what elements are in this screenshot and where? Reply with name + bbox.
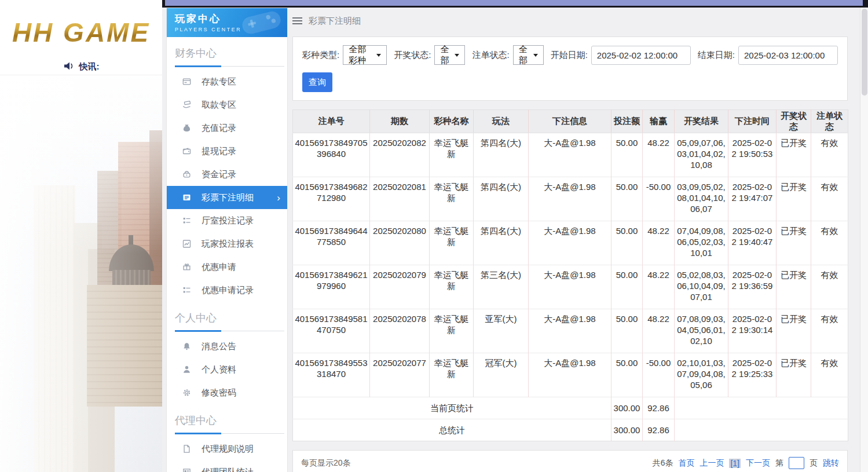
sidebar-item[interactable]: 代理规则说明: [167, 437, 287, 460]
withdraw-hand-icon: [182, 100, 192, 109]
sidebar-item-label: 充值记录: [202, 123, 236, 134]
sidebar-item-label: 代理团队统计: [202, 467, 254, 472]
sidebar-item[interactable]: 修改密码: [167, 381, 287, 404]
table-cell: 大-A盘@1.98: [529, 221, 611, 265]
table-cell: 幸运飞艇新: [430, 265, 474, 309]
table-cell: 20250202080: [370, 221, 430, 265]
scrollbar-thumb[interactable]: [862, 9, 867, 96]
start-date-input[interactable]: [591, 46, 691, 65]
brand-logo: HH GAME: [0, 12, 162, 53]
summary-empty-cell: [675, 397, 848, 419]
jump-prefix-label: 第: [775, 458, 783, 469]
table-cell: 幸运飞艇新: [430, 353, 474, 397]
table-row: 40156917384968271298020250202081幸运飞艇新第四名…: [293, 177, 848, 221]
sidebar-item-label: 修改密码: [202, 387, 236, 398]
summary-bet-total: 300.00: [611, 419, 643, 441]
next-page-link[interactable]: 下一页: [746, 458, 770, 469]
sidebar-item[interactable]: 充值记录: [167, 116, 287, 140]
table-cell: 401569173849581470750: [293, 309, 370, 353]
sidebar-item[interactable]: 优惠申请: [167, 255, 287, 279]
deposit-card-icon: [182, 77, 192, 86]
jump-link[interactable]: 跳转: [823, 458, 839, 469]
sidebar-item[interactable]: 厅室投注记录: [167, 209, 287, 232]
order-status-label: 注单状态:: [472, 50, 509, 61]
top-banner-bar: [165, 0, 863, 6]
table-cell: 幸运飞艇新: [430, 177, 474, 221]
wallet-icon: [182, 147, 192, 156]
table-cell: 第四名(大): [474, 133, 529, 177]
players-center-header: 玩家中心 PLAYERS CENTER: [167, 8, 287, 37]
summary-empty-cell: [675, 419, 848, 441]
sidebar-item-label: 厅室投注记录: [202, 215, 254, 226]
order-status-value: 全部: [519, 44, 528, 66]
end-date-input[interactable]: [738, 46, 838, 65]
document-icon: [182, 444, 192, 453]
sidebar-item-label: 代理规则说明: [202, 444, 254, 455]
table-cell: 2025-02-02 19:50:53: [728, 133, 777, 177]
column-header: 期数: [370, 110, 430, 133]
table-cell: 第四名(大): [474, 221, 529, 265]
page-jump-input[interactable]: [789, 457, 804, 469]
table-cell: 20250202081: [370, 177, 430, 221]
table-cell: 48.22: [643, 221, 675, 265]
order-status-select[interactable]: 全部: [513, 45, 544, 65]
table-cell: 48.22: [643, 309, 675, 353]
gift-icon: [182, 262, 192, 272]
sidebar-item[interactable]: 玩家投注报表: [167, 232, 287, 255]
table-cell: 07,04,09,08,06,05,02,03,10,01: [675, 221, 728, 265]
summary-win-total: 92.86: [643, 397, 675, 419]
chart-icon: [182, 239, 192, 248]
table-cell: 401569173849705396840: [293, 133, 370, 177]
column-header: 输赢: [643, 110, 675, 133]
brand-panel: HH GAME 快讯:: [0, 0, 162, 472]
section-divider: [175, 331, 284, 331]
summary-label: 当前页统计: [293, 397, 611, 419]
end-date-label: 结束日期:: [698, 50, 735, 61]
sidebar-item[interactable]: 消息公告: [167, 335, 287, 358]
table-cell: 大-A盘@1.98: [529, 177, 611, 221]
sidebar-item-label: 个人资料: [202, 364, 236, 375]
table-cell: 有效: [811, 309, 848, 353]
city-background-image: [0, 75, 162, 472]
sidebar-item-label: 取款专区: [202, 100, 236, 111]
sidebar: 玩家中心 PLAYERS CENTER 财务中心存款专区取款专区充值记录提现记录…: [167, 8, 287, 472]
table-cell: 已开奖: [777, 353, 811, 397]
first-page-link[interactable]: 首页: [678, 458, 694, 469]
start-date-label: 开始日期:: [551, 50, 588, 61]
bets-table: 注单号期数彩种名称玩法下注信息投注额输赢开奖结果下注时间开奖状态注单状态 401…: [292, 109, 848, 441]
sidebar-item[interactable]: 资金记录: [167, 163, 287, 186]
lottery-type-select[interactable]: 全部彩种: [343, 45, 387, 65]
speaker-icon: [63, 61, 75, 72]
lottery-type-value: 全部彩种: [349, 44, 371, 66]
menu-toggle-icon[interactable]: [292, 17, 302, 24]
sidebar-item[interactable]: 代理团队统计: [167, 460, 287, 472]
table-cell: 已开奖: [777, 133, 811, 177]
sidebar-item[interactable]: 提现记录: [167, 140, 287, 163]
summary-label: 总统计: [293, 419, 611, 441]
sidebar-item[interactable]: 彩票下注明细›: [167, 186, 287, 209]
summary-row: 总统计300.0092.86: [293, 419, 848, 441]
vertical-scrollbar[interactable]: [860, 8, 868, 472]
pagination-bar: 每页显示20条 共6条 首页 上一页 [1] 下一页 第 页 跳转: [292, 450, 848, 472]
page-header: 彩票下注明细: [292, 8, 848, 34]
moneybag-icon: [182, 123, 192, 133]
table-cell: -50.00: [643, 177, 675, 221]
current-page-indicator: [1]: [729, 459, 741, 468]
prev-page-link[interactable]: 上一页: [699, 458, 724, 469]
sidebar-item[interactable]: 取款专区: [167, 93, 287, 116]
sidebar-item[interactable]: 存款专区: [167, 70, 287, 93]
table-cell: 有效: [811, 265, 848, 309]
table-cell: 第三名(大): [474, 265, 529, 309]
search-button[interactable]: 查询: [302, 72, 332, 92]
list-icon: [182, 216, 192, 225]
table-cell: 20250202078: [370, 309, 430, 353]
table-cell: 幸运飞艇新: [430, 309, 474, 353]
table-cell: 50.00: [611, 265, 643, 309]
draw-status-select[interactable]: 全部: [434, 45, 465, 65]
table-cell: 401569173849644775850: [293, 221, 370, 265]
table-row: 40156917384970539684020250202082幸运飞艇新第四名…: [293, 133, 848, 177]
person-icon: [182, 365, 192, 374]
table-cell: 50.00: [611, 309, 643, 353]
sidebar-item[interactable]: 个人资料: [167, 358, 287, 381]
sidebar-item[interactable]: 优惠申请记录: [167, 279, 287, 302]
